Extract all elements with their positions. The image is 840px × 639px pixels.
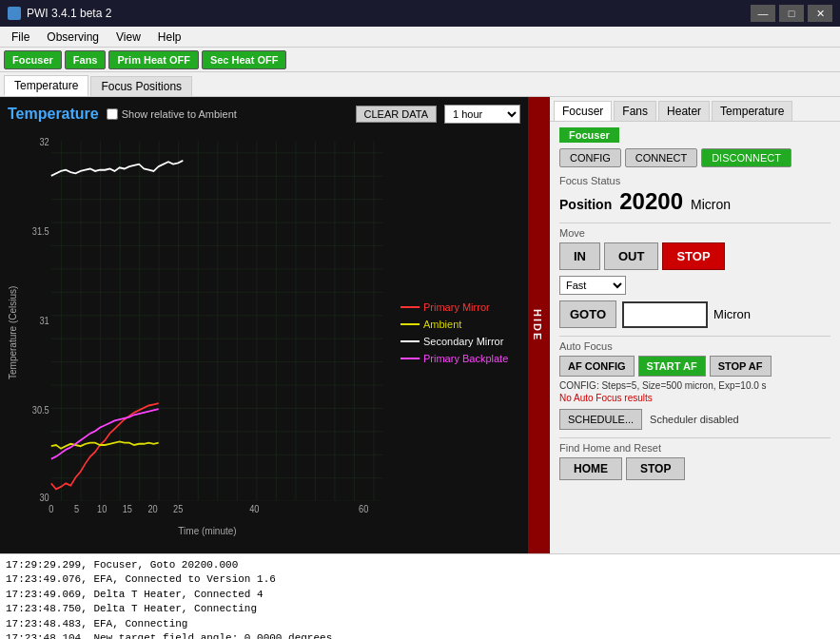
log-line-5: 17:23:48.104, New target field angle: 0.… xyxy=(6,631,834,639)
af-btn-row: AF CONFIG START AF STOP AF xyxy=(559,356,830,377)
connect-button[interactable]: CONNECT xyxy=(625,148,697,167)
x-axis-label: Time (minute) xyxy=(22,526,393,536)
goto-button[interactable]: GOTO xyxy=(559,300,616,328)
af-config-button[interactable]: AF CONFIG xyxy=(559,356,635,377)
position-unit: Micron xyxy=(691,197,731,212)
divider-3 xyxy=(559,437,830,438)
focus-status-label: Focus Status xyxy=(559,175,830,186)
toolbar: Focuser Fans Prim Heat OFF Sec Heat OFF xyxy=(0,48,840,72)
menu-view[interactable]: View xyxy=(108,29,148,46)
right-tab-heater[interactable]: Heater xyxy=(658,101,710,121)
svg-text:15: 15 xyxy=(123,503,133,514)
log-area: 17:29:29.299, Focuser, Goto 20200.000 17… xyxy=(0,553,840,639)
show-relative-text: Show relative to Ambient xyxy=(122,108,237,120)
legend-color-secondary-mirror xyxy=(400,340,420,342)
log-line-4: 17:23:48.483, EFA, Connecting xyxy=(6,617,834,631)
home-button[interactable]: HOME xyxy=(559,457,622,480)
chart-inner: 32 31.5 31 30.5 30 0 5 10 15 20 25 40 60 xyxy=(22,129,393,536)
clear-data-button[interactable]: CLEAR DATA xyxy=(356,106,437,123)
right-tab-fans[interactable]: Fans xyxy=(614,101,656,121)
goto-input[interactable] xyxy=(622,301,708,328)
svg-text:20: 20 xyxy=(147,503,158,514)
log-line-3: 17:23:48.750, Delta T Heater, Connecting xyxy=(6,602,834,616)
chart-legend: Primary Mirror Ambient Secondary Mirror … xyxy=(397,129,520,536)
svg-text:31: 31 xyxy=(39,315,49,326)
svg-text:31.5: 31.5 xyxy=(32,225,49,237)
focuser-indicator: Focuser xyxy=(559,127,619,143)
chart-area: Temperature Show relative to Ambient CLE… xyxy=(0,97,528,553)
stop-move-button[interactable]: STOP xyxy=(662,242,724,270)
legend-label-secondary-mirror: Secondary Mirror xyxy=(423,336,503,347)
start-af-button[interactable]: START AF xyxy=(638,356,706,377)
app-icon xyxy=(8,7,21,20)
position-label: Position xyxy=(559,197,612,212)
right-content: Focuser CONFIG CONNECT DISCONNECT Focus … xyxy=(550,122,840,553)
maximize-button[interactable]: □ xyxy=(779,5,804,22)
log-line-0: 17:29:29.299, Focuser, Goto 20200.000 xyxy=(6,558,834,572)
goto-unit: Micron xyxy=(713,307,751,321)
move-row: IN OUT STOP xyxy=(559,242,830,270)
right-tab-focuser[interactable]: Focuser xyxy=(554,101,612,121)
time-range-select[interactable]: 1 hour 6 hours 24 hours xyxy=(444,105,520,124)
left-panel: Temperature Show relative to Ambient CLE… xyxy=(0,97,528,553)
minimize-button[interactable]: — xyxy=(751,5,775,22)
disconnect-button[interactable]: DISCONNECT xyxy=(701,148,791,167)
legend-ambient: Ambient xyxy=(400,319,520,330)
prim-heat-toolbar-btn[interactable]: Prim Heat OFF xyxy=(108,50,198,69)
config-button[interactable]: CONFIG xyxy=(559,148,621,167)
log-line-1: 17:23:49.076, EFA, Connected to Version … xyxy=(6,572,834,587)
position-value: 20200 xyxy=(619,188,683,215)
svg-rect-1 xyxy=(51,141,383,500)
right-tabs: Focuser Fans Heater Temperature xyxy=(550,97,840,122)
stop-af-button[interactable]: STOP AF xyxy=(710,356,772,377)
svg-text:32: 32 xyxy=(39,136,49,147)
chart-svg: 32 31.5 31 30.5 30 0 5 10 15 20 25 40 60 xyxy=(22,129,393,524)
find-home-label: Find Home and Reset xyxy=(559,442,830,454)
legend-primary-backplate: Primary Backplate xyxy=(400,353,520,364)
move-label: Move xyxy=(559,227,830,239)
title-controls: — □ ✕ xyxy=(751,5,832,22)
fans-toolbar-btn[interactable]: Fans xyxy=(65,50,107,69)
schedule-status: Scheduler disabled xyxy=(650,414,739,425)
af-config-text: CONFIG: Steps=5, Size=500 micron, Exp=10… xyxy=(559,380,830,391)
legend-color-primary-mirror xyxy=(400,306,420,308)
tab-focus-positions[interactable]: Focus Positions xyxy=(90,76,192,96)
menu-observing[interactable]: Observing xyxy=(39,29,107,46)
close-button[interactable]: ✕ xyxy=(808,5,832,22)
legend-label-primary-mirror: Primary Mirror xyxy=(423,301,490,313)
schedule-button[interactable]: SCHEDULE... xyxy=(559,409,642,430)
hide-panel[interactable]: HIDE xyxy=(528,97,547,553)
divider-1 xyxy=(559,223,830,223)
tab-temperature[interactable]: Temperature xyxy=(4,75,88,96)
home-row: HOME STOP xyxy=(559,457,830,480)
out-button[interactable]: OUT xyxy=(604,242,658,270)
title-bar: PWI 3.4.1 beta 2 — □ ✕ xyxy=(0,0,840,27)
svg-text:30: 30 xyxy=(39,492,49,503)
show-relative-checkbox[interactable] xyxy=(107,108,118,120)
svg-text:40: 40 xyxy=(249,503,260,514)
right-tab-temperature[interactable]: Temperature xyxy=(712,101,792,121)
svg-text:5: 5 xyxy=(74,503,79,514)
menu-bar: File Observing View Help xyxy=(0,27,840,48)
legend-secondary-mirror: Secondary Mirror xyxy=(400,336,520,347)
chart-svg-container: Temperature (Celsius) xyxy=(8,129,520,536)
hide-label: HIDE xyxy=(532,309,543,341)
auto-focus-label: Auto Focus xyxy=(559,340,830,352)
svg-text:10: 10 xyxy=(97,503,107,514)
sec-heat-toolbar-btn[interactable]: Sec Heat OFF xyxy=(202,50,287,69)
log-line-2: 17:23:49.069, Delta T Heater, Connected … xyxy=(6,588,834,602)
focuser-toolbar-btn[interactable]: Focuser xyxy=(4,50,62,69)
legend-label-ambient: Ambient xyxy=(423,319,461,330)
in-button[interactable]: IN xyxy=(559,242,600,270)
position-row: Position 20200 Micron xyxy=(559,188,830,215)
menu-help[interactable]: Help xyxy=(150,29,189,46)
speed-select[interactable]: Fast Medium Slow xyxy=(559,276,626,295)
svg-text:60: 60 xyxy=(359,503,369,514)
y-axis-label: Temperature (Celsius) xyxy=(8,129,18,536)
menu-file[interactable]: File xyxy=(4,29,37,46)
app-title: PWI 3.4.1 beta 2 xyxy=(27,7,111,20)
svg-text:25: 25 xyxy=(173,503,184,514)
chart-title-row: Temperature Show relative to Ambient CLE… xyxy=(8,105,520,124)
show-relative-label: Show relative to Ambient xyxy=(107,108,237,120)
stop-home-button[interactable]: STOP xyxy=(626,457,685,480)
